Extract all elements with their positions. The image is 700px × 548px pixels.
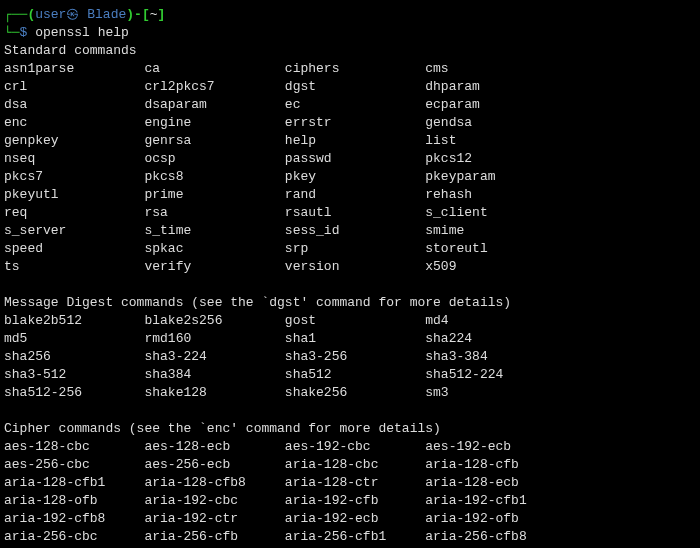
prompt-open: ┌──( <box>4 7 35 22</box>
standard-commands-header: Standard commands <box>4 42 696 60</box>
standard-commands-row: speed spkac srp storeutl <box>4 240 696 258</box>
prompt-close-user: ) <box>126 7 134 22</box>
prompt-line-1: ┌──(user㉿ Blade)-[~] <box>4 6 696 24</box>
cipher-commands-row: aria-192-cfb8 aria-192-ctr aria-192-ecb … <box>4 510 696 528</box>
standard-commands-row: pkeyutl prime rand rehash <box>4 186 696 204</box>
digest-commands-header: Message Digest commands (see the `dgst' … <box>4 294 696 312</box>
prompt-br-open: [ <box>142 7 150 22</box>
prompt-line-2: └─$ openssl help <box>4 24 696 42</box>
terminal[interactable]: ┌──(user㉿ Blade)-[~]└─$ openssl helpStan… <box>4 6 696 548</box>
cipher-commands-header: Cipher commands (see the `enc' command f… <box>4 420 696 438</box>
cipher-commands-row: aria-128-ofb aria-192-cbc aria-192-cfb a… <box>4 492 696 510</box>
cipher-commands-row: aes-256-cbc aes-256-ecb aria-128-cbc ari… <box>4 456 696 474</box>
blank-line <box>4 276 696 294</box>
blank-line <box>4 402 696 420</box>
standard-commands-row: nseq ocsp passwd pkcs12 <box>4 150 696 168</box>
standard-commands-row: crl crl2pkcs7 dgst dhparam <box>4 78 696 96</box>
standard-commands-row: dsa dsaparam ec ecparam <box>4 96 696 114</box>
prompt-second-prefix: └─ <box>4 25 20 40</box>
prompt-cwd: ~ <box>150 7 158 22</box>
digest-commands-row: md5 rmd160 sha1 sha224 <box>4 330 696 348</box>
standard-commands-row: ts verify version x509 <box>4 258 696 276</box>
prompt-host: Blade <box>87 7 126 22</box>
standard-commands-row: asn1parse ca ciphers cms <box>4 60 696 78</box>
digest-commands-row: blake2b512 blake2s256 gost md4 <box>4 312 696 330</box>
standard-commands-row: req rsa rsautl s_client <box>4 204 696 222</box>
digest-commands-row: sha3-512 sha384 sha512 sha512-224 <box>4 366 696 384</box>
standard-commands-row: s_server s_time sess_id smime <box>4 222 696 240</box>
cipher-commands-row: aria-128-cfb1 aria-128-cfb8 aria-128-ctr… <box>4 474 696 492</box>
prompt-user: user <box>35 7 66 22</box>
cipher-commands-row: aria-256-cbc aria-256-cfb aria-256-cfb1 … <box>4 528 696 546</box>
digest-commands-row: sha512-256 shake128 shake256 sm3 <box>4 384 696 402</box>
cipher-commands-row: aes-128-cbc aes-128-ecb aes-192-cbc aes-… <box>4 438 696 456</box>
prompt-glyph: ㉿ <box>66 7 87 22</box>
standard-commands-row: genpkey genrsa help list <box>4 132 696 150</box>
prompt-command: openssl help <box>35 25 129 40</box>
prompt-dollar: $ <box>20 25 36 40</box>
prompt-dash: - <box>134 7 142 22</box>
standard-commands-row: pkcs7 pkcs8 pkey pkeyparam <box>4 168 696 186</box>
standard-commands-row: enc engine errstr gendsa <box>4 114 696 132</box>
prompt-br-close: ] <box>158 7 166 22</box>
digest-commands-row: sha256 sha3-224 sha3-256 sha3-384 <box>4 348 696 366</box>
